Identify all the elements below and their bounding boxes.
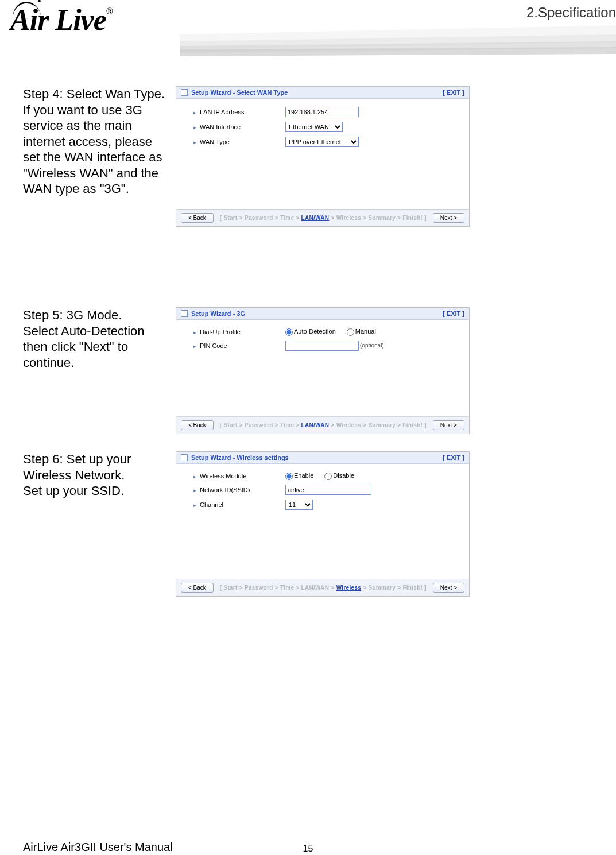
- manual-radio-label[interactable]: Manual: [347, 328, 376, 335]
- step-5-row: Step 5: 3G Mode. Select Auto-Detection t…: [23, 307, 616, 434]
- lan-ip-input[interactable]: [285, 107, 359, 117]
- step-5-text: Step 5: 3G Mode. Select Auto-Detection t…: [23, 307, 165, 434]
- manual-radio[interactable]: [347, 328, 354, 336]
- doc-icon: [181, 89, 188, 96]
- next-button[interactable]: Next >: [433, 583, 464, 593]
- airlive-logo: Air Live®: [10, 3, 113, 37]
- step-4-row: Step 4: Select Wan Type. If you want to …: [23, 86, 616, 227]
- pin-code-input[interactable]: [285, 341, 359, 351]
- back-button[interactable]: < Back: [181, 213, 214, 223]
- step-6-row: Step 6: Set up your Wireless Network. Se…: [23, 451, 616, 597]
- step-4-text: Step 4: Select Wan Type. If you want to …: [23, 86, 165, 227]
- next-button[interactable]: Next >: [433, 420, 464, 430]
- pin-optional-note: (optional): [360, 342, 384, 349]
- ssid-label: Network ID(SSID): [193, 486, 285, 493]
- channel-label: Channel: [193, 501, 285, 508]
- wan-type-select[interactable]: PPP over Ethernet: [285, 137, 359, 147]
- page-content: Step 4: Select Wan Type. If you want to …: [0, 63, 616, 597]
- step-5-body: Select Auto-Detection then click "Next" …: [23, 324, 145, 370]
- page-number: 15: [303, 844, 313, 854]
- wan-type-label: WAN Type: [193, 138, 285, 145]
- step-6-text: Step 6: Set up your Wireless Network. Se…: [23, 451, 165, 597]
- disable-radio[interactable]: [324, 473, 332, 480]
- manual-title: AirLive Air3GII User's Manual: [23, 841, 173, 854]
- wizard-title: Setup Wizard - Select WAN Type: [191, 89, 288, 96]
- step-6-body: Set up your SSID.: [23, 483, 124, 498]
- disable-radio-label[interactable]: Disable: [324, 472, 354, 479]
- enable-radio-label[interactable]: Enable: [285, 472, 313, 479]
- pin-code-label: PIN Code: [193, 342, 285, 349]
- wizard-breadcrumb: [ Start > Password > Time > LAN/WAN > Wi…: [220, 422, 427, 428]
- exit-link[interactable]: [ EXIT ]: [443, 454, 464, 461]
- wizard-3g: Setup Wizard - 3G [ EXIT ] Dial-Up Profi…: [176, 307, 470, 434]
- header-stripes-decor: [180, 22, 616, 62]
- wizard-title: Setup Wizard - Wireless settings: [191, 454, 289, 461]
- back-button[interactable]: < Back: [181, 420, 214, 430]
- page-footer: AirLive Air3GII User's Manual 15: [0, 841, 616, 855]
- page-header: 2.Specification Air Live®: [0, 0, 616, 63]
- section-label: 2.Specification: [526, 5, 616, 21]
- wizard-breadcrumb: [ Start > Password > Time > LAN/WAN > Wi…: [220, 585, 427, 591]
- wizard-title: Setup Wizard - 3G: [191, 310, 245, 317]
- doc-icon: [181, 310, 188, 317]
- step-4-body: If you want to use 3G service as the mai…: [23, 103, 162, 196]
- auto-detection-radio-label[interactable]: Auto-Detection: [285, 328, 336, 335]
- step-4-heading: Step 4: Select Wan Type.: [23, 86, 165, 102]
- enable-radio[interactable]: [285, 473, 293, 480]
- dialup-profile-label: Dial-Up Profile: [193, 328, 285, 335]
- lan-ip-label: LAN IP Address: [193, 109, 285, 115]
- exit-link[interactable]: [ EXIT ]: [443, 310, 464, 317]
- wizard-wireless: Setup Wizard - Wireless settings [ EXIT …: [176, 451, 470, 597]
- next-button[interactable]: Next >: [433, 213, 464, 223]
- logo-registered: ®: [106, 6, 113, 16]
- channel-select[interactable]: 11: [285, 500, 313, 510]
- auto-detection-radio[interactable]: [285, 328, 293, 336]
- step-6-heading: Step 6: Set up your Wireless Network.: [23, 451, 165, 483]
- back-button[interactable]: < Back: [181, 583, 214, 593]
- wizard-breadcrumb: [ Start > Password > Time > LAN/WAN > Wi…: [220, 215, 427, 221]
- wizard-wan-type: Setup Wizard - Select WAN Type [ EXIT ] …: [176, 86, 470, 227]
- step-5-heading: Step 5: 3G Mode.: [23, 307, 165, 323]
- doc-icon: [181, 454, 188, 461]
- wan-interface-select[interactable]: Ethernet WAN: [285, 122, 343, 132]
- exit-link[interactable]: [ EXIT ]: [443, 89, 464, 96]
- ssid-input[interactable]: [285, 485, 371, 495]
- wan-interface-label: WAN Interface: [193, 123, 285, 130]
- wireless-module-label: Wireless Module: [193, 473, 285, 479]
